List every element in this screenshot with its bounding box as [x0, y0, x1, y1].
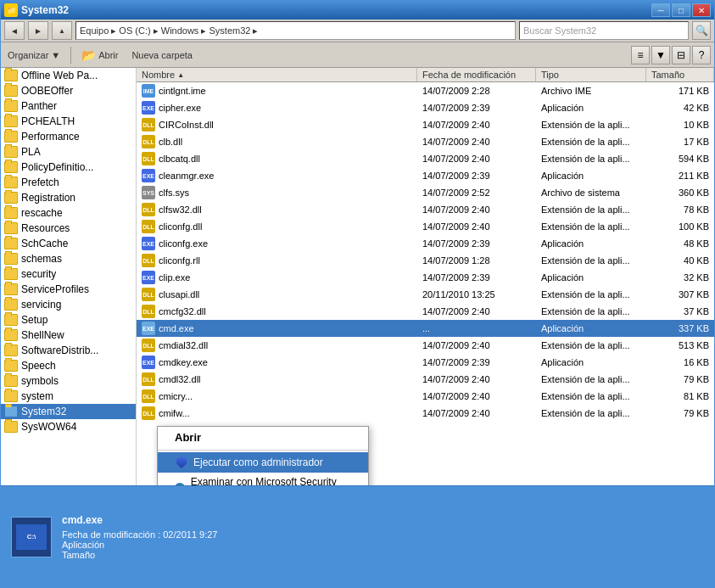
sidebar-item-oobeoffer[interactable]: OOBEOffer	[1, 83, 136, 98]
sidebar-performance-label: Performance	[21, 131, 80, 143]
search-field[interactable]: Buscar System32	[519, 21, 689, 40]
table-row[interactable]: DLLclusapi.dll 20/11/2010 13:25 Extensió…	[137, 286, 714, 303]
preview-filename: cmd.exe	[62, 514, 217, 526]
table-row[interactable]: DLLcmicry... 14/07/2009 2:40 Extensión d…	[137, 388, 714, 405]
file-icon: EXE	[142, 271, 155, 284]
forward-button[interactable]: ►	[28, 21, 48, 40]
table-row[interactable]: DLLcmcfg32.dll 14/07/2009 2:40 Extensión…	[137, 303, 714, 320]
help-button[interactable]: ?	[692, 46, 711, 64]
folder-icon	[4, 390, 18, 402]
close-button[interactable]: ✕	[692, 3, 711, 17]
folder-icon	[4, 360, 18, 372]
table-row[interactable]: SYSclfs.sys 14/07/2009 2:52 Archivo de s…	[137, 184, 714, 201]
address-path: Equipo ▸ OS (C:) ▸ Windows ▸ System32 ▸	[80, 25, 258, 36]
table-row[interactable]: DLLclfsw32.dll 14/07/2009 2:40 Extensión…	[137, 201, 714, 218]
minimize-button[interactable]: ─	[651, 3, 670, 17]
preview-icon-inner: C:\	[16, 524, 47, 550]
folder-icon	[4, 100, 18, 112]
shield-icon	[175, 456, 188, 469]
folder-icon	[4, 421, 18, 433]
sidebar-item-policydefinition[interactable]: PolicyDefinitio...	[1, 160, 136, 175]
view-details-button[interactable]: ≡	[631, 46, 650, 64]
sidebar-item-performance[interactable]: Performance	[1, 129, 136, 144]
main-window: 📁 System32 ─ □ ✕ ◄ ► ▲ Equipo ▸ OS (C:) …	[0, 0, 715, 588]
table-row[interactable]: EXEcipher.exe 14/07/2009 2:39 Aplicación…	[137, 99, 714, 116]
organize-button[interactable]: Organizar ▼	[4, 45, 64, 65]
table-row[interactable]: DLLclbcatq.dll 14/07/2009 2:40 Extensión…	[137, 150, 714, 167]
folder-icon	[4, 344, 18, 356]
folder-icon	[4, 329, 18, 341]
sidebar-item-schcache[interactable]: SchCache	[1, 236, 136, 251]
context-menu-item-mse[interactable]: Examinar con Microsoft Security Essentia…	[158, 473, 368, 485]
column-header-size[interactable]: Tamaño	[646, 68, 714, 81]
main-content: Offline Web Pa... OOBEOffer Panther PCHE…	[1, 68, 714, 485]
search-button[interactable]: 🔍	[692, 21, 711, 40]
table-row[interactable]: DLLcliconfg.dll 14/07/2009 2:40 Extensió…	[137, 218, 714, 235]
open-label: Abrir	[98, 50, 118, 60]
sidebar-item-registration[interactable]: Registration	[1, 190, 136, 205]
sidebar-item-panther[interactable]: Panther	[1, 98, 136, 114]
sidebar-item-shellnew[interactable]: ShellNew	[1, 328, 136, 343]
sidebar-item-pchealth[interactable]: PCHEALTH	[1, 114, 136, 129]
view-dropdown-button[interactable]: ▼	[651, 46, 670, 64]
sidebar-item-pla[interactable]: PLA	[1, 144, 136, 160]
title-bar-left: 📁 System32	[4, 3, 69, 17]
table-row[interactable]: EXEclip.exe 14/07/2009 2:39 Aplicación 3…	[137, 269, 714, 286]
sidebar-item-schemas[interactable]: schemas	[1, 251, 136, 266]
preview-panel: C:\ cmd.exe Fecha de modificación : 02/2…	[1, 485, 714, 587]
folder-icon	[4, 115, 18, 127]
sidebar-item-speech[interactable]: Speech	[1, 358, 136, 373]
table-row[interactable]: EXEcleanmgr.exe 14/07/2009 2:39 Aplicaci…	[137, 167, 714, 184]
sidebar-item-system32[interactable]: System32	[1, 404, 136, 419]
table-row-cmd[interactable]: EXEcmd.exe ... Aplicación 337 KB	[137, 320, 714, 337]
sidebar-item-serviceprofiles[interactable]: ServiceProfiles	[1, 282, 136, 297]
sidebar-item-offline[interactable]: Offline Web Pa...	[1, 68, 136, 83]
column-header-date[interactable]: Fecha de modificación	[417, 68, 536, 81]
file-icon: DLL	[142, 254, 155, 267]
folder-icon	[4, 299, 18, 311]
sidebar-item-resources[interactable]: Resources	[1, 221, 136, 236]
file-icon: DLL	[142, 406, 155, 420]
sidebar-panther-label: Panther	[21, 100, 57, 112]
title-bar-controls: ─ □ ✕	[651, 3, 711, 17]
table-row[interactable]: DLLcmdial32.dll 14/07/2009 2:40 Extensió…	[137, 337, 714, 354]
view-split-button[interactable]: ⊟	[672, 46, 690, 64]
folder-icon	[4, 146, 18, 158]
sidebar-item-prefetch[interactable]: Prefetch	[1, 175, 136, 190]
address-field[interactable]: Equipo ▸ OS (C:) ▸ Windows ▸ System32 ▸	[75, 21, 516, 40]
preview-type: Aplicación	[62, 540, 217, 550]
new-folder-label: Nueva carpeta	[131, 50, 193, 60]
title-bar: 📁 System32 ─ □ ✕	[1, 1, 714, 20]
sidebar-item-system[interactable]: system	[1, 389, 136, 404]
folder-icon	[4, 161, 18, 173]
maximize-button[interactable]: □	[672, 3, 690, 17]
sidebar-item-softwaredistrib[interactable]: SoftwareDistrib...	[1, 343, 136, 358]
sidebar-item-syswow64[interactable]: SysWOW64	[1, 419, 136, 434]
preview-icon: C:\	[11, 517, 52, 557]
table-row[interactable]: DLLcmdl32.dll 14/07/2009 2:40 Extensión …	[137, 371, 714, 388]
table-row[interactable]: EXEcmdkey.exe 14/07/2009 2:39 Aplicación…	[137, 354, 714, 371]
table-row[interactable]: EXEcliconfg.exe 14/07/2009 2:39 Aplicaci…	[137, 235, 714, 252]
folder-icon	[4, 222, 18, 234]
sidebar-item-servicing[interactable]: servicing	[1, 297, 136, 312]
sidebar-item-security[interactable]: security	[1, 266, 136, 282]
table-row[interactable]: DLLcmifw... 14/07/2009 2:40 Extensión de…	[137, 405, 714, 422]
up-button[interactable]: ▲	[52, 21, 72, 40]
table-row[interactable]: IMEcintlgnt.ime 14/07/2009 2:28 Archivo …	[137, 82, 714, 99]
organize-arrow: ▼	[51, 50, 60, 60]
sidebar: Offline Web Pa... OOBEOffer Panther PCHE…	[1, 68, 137, 485]
context-menu-item-runas[interactable]: Ejecutar como administrador	[158, 452, 368, 473]
table-row[interactable]: DLLcliconfg.rll 14/07/2009 1:28 Extensió…	[137, 252, 714, 269]
table-row[interactable]: DLLclb.dll 14/07/2009 2:40 Extensión de …	[137, 133, 714, 150]
sidebar-item-setup[interactable]: Setup	[1, 312, 136, 328]
sidebar-item-rescache[interactable]: rescache	[1, 205, 136, 221]
table-row[interactable]: DLLCIRCoInst.dll 14/07/2009 2:40 Extensi…	[137, 116, 714, 133]
column-header-type[interactable]: Tipo	[536, 68, 646, 81]
new-folder-button[interactable]: Nueva carpeta	[128, 45, 196, 65]
open-button[interactable]: 📂 Abrir	[78, 45, 121, 65]
file-icon: EXE	[142, 101, 155, 115]
folder-icon	[4, 192, 18, 204]
sidebar-item-symbols[interactable]: symbols	[1, 373, 136, 389]
back-button[interactable]: ◄	[4, 21, 25, 40]
column-header-name[interactable]: Nombre ▲	[137, 68, 417, 81]
